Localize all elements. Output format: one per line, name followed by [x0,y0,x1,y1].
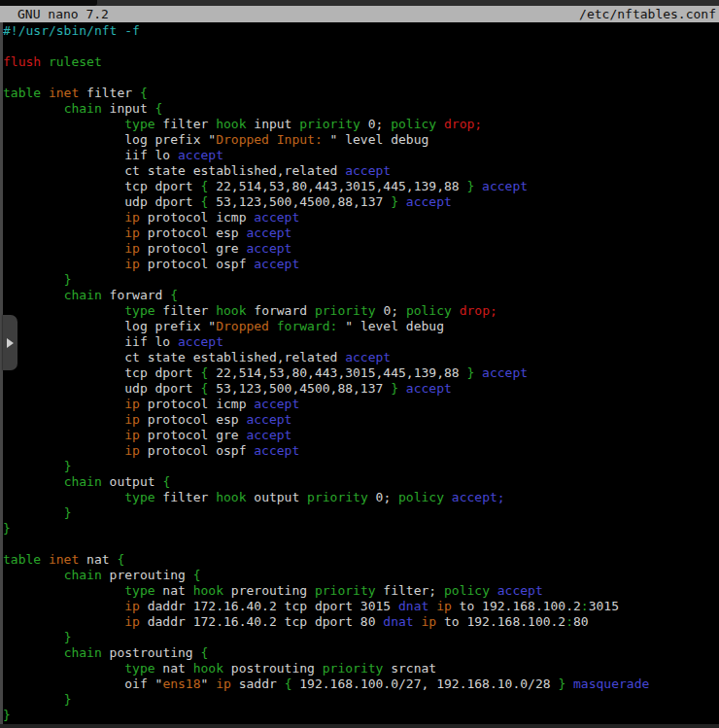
code-line: ip protocol esp accept [3,225,719,241]
code-line: type nat hook prerouting priority filter… [3,583,719,599]
code-line: table inet filter { [3,86,719,101]
code-line: } [3,521,719,537]
code-line: chain forward { [3,288,719,303]
code-line: oif "ens18" ip saddr { 192.168.100.0/27,… [3,676,719,692]
code-line: tcp dport { 22,514,53,80,443,3015,445,13… [3,179,719,194]
code-token: { [140,86,148,100]
code-token: output [102,474,163,489]
code-token: { [193,568,201,582]
code-line: } [3,505,719,521]
code-token: ip [436,599,452,613]
code-token: forward [102,288,170,302]
code-token: iif lo [3,148,178,162]
code-token: log prefix " [3,319,216,333]
code-token: { [155,101,163,116]
code-token: priority [315,303,376,318]
code-line: chain input { [3,101,719,117]
code-token: accept [246,428,291,442]
code-line: chain postrouting { [3,645,719,661]
nano-titlebar: GNU nano 7.2 /etc/nftables.conf [0,6,719,22]
code-line: tcp dport { 22,514,53,80,443,3015,445,13… [3,365,719,381]
code-token [41,54,49,69]
code-token [3,210,124,225]
code-token [444,490,452,504]
code-token [3,257,124,271]
code-line: } [3,708,719,723]
code-token [3,288,64,302]
code-token: table [3,552,41,567]
code-token: dnat [383,614,413,629]
code-token: chain [64,474,102,489]
editor-content[interactable]: #!/usr/sbin/nft -fflush rulesettable ine… [3,22,719,724]
code-token: Dropped [216,319,277,333]
code-token: prerouting [102,568,193,582]
code-token: ruleset [49,54,102,69]
code-token: hook [193,583,223,598]
code-token [565,676,573,691]
code-line: ct state established,related accept [3,163,719,179]
code-token [3,645,64,660]
code-line: } [3,692,719,708]
code-token: accept [246,225,291,240]
code-token [3,459,64,473]
code-token: accept [406,194,452,209]
code-token [474,365,482,380]
terminal-screen: GNU nano 7.2 /etc/nftables.conf #!/usr/s… [0,0,719,728]
code-token: policy [444,583,490,598]
code-token: oif " [3,676,162,691]
code-token: 0; [360,117,391,131]
code-line: ip daddr 172.16.40.2 tcp dport 3015 dnat… [3,599,719,614]
code-token: nat [79,552,117,567]
code-token [474,179,482,193]
code-line: ip daddr 172.16.40.2 tcp dport 80 dnat i… [3,614,719,630]
code-token: ip [124,210,140,225]
novnc-control-bar-handle[interactable] [3,315,17,370]
code-token: to 192.168.100.2 [436,614,565,629]
code-line: table inet nat { [3,552,719,568]
code-token: protocol ospf [140,257,254,271]
code-token: hook [216,117,246,131]
code-token: } [391,194,398,209]
code-token [3,614,124,629]
code-token: accept [254,443,299,458]
code-token [3,474,64,489]
code-token: protocol ospf [140,443,254,458]
code-token: { [170,288,178,302]
code-token: drop; [460,303,497,318]
code-line: } [3,459,719,474]
code-token: " level debug [330,132,429,147]
code-line: ip protocol ospf accept [3,443,719,459]
code-token: accept [246,412,291,427]
code-token: filter [155,303,217,318]
code-token: " [201,676,217,691]
code-token [41,86,49,100]
code-token: } [64,505,72,520]
right-arrow-icon [7,338,14,348]
code-token [428,599,436,613]
code-token: ip [124,443,140,458]
code-token [3,412,124,427]
code-token: table [3,86,41,100]
code-line [3,39,719,54]
code-token: output [246,490,307,504]
code-token: policy [398,490,444,504]
code-token [3,397,124,411]
code-token [3,241,124,256]
code-token: accept [178,334,223,349]
code-token: ip [124,412,140,427]
code-line: ct state established,related accept [3,350,719,365]
code-token: ip [124,428,140,442]
code-token [3,101,64,116]
code-token: 0; [368,490,398,504]
code-token: accept [482,365,528,380]
code-token: protocol esp [140,412,247,427]
code-token: flush [3,54,41,69]
code-token: : [581,599,589,613]
code-line: type filter hook forward priority 0; pol… [3,303,719,319]
code-token: dnat [398,599,428,613]
code-token: accept [345,163,391,178]
code-token: forward [246,303,314,318]
code-token [490,583,497,598]
code-token: } [3,708,11,722]
code-token: protocol esp [140,225,247,240]
